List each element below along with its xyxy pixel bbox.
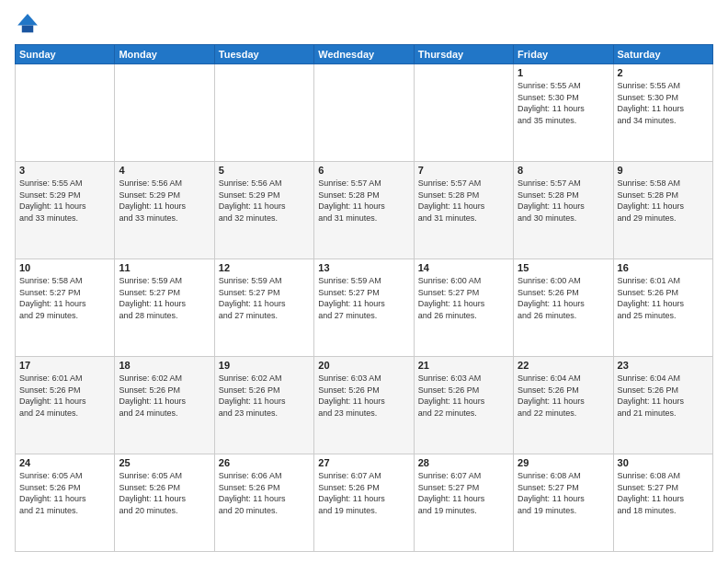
calendar-cell: 5Sunrise: 5:56 AM Sunset: 5:29 PM Daylig… [214, 162, 313, 259]
weekday-header: Thursday [414, 45, 513, 64]
day-number: 30 [618, 457, 709, 468]
day-info: Sunrise: 5:59 AM Sunset: 5:27 PM Dayligh… [219, 275, 310, 321]
day-number: 4 [119, 165, 210, 176]
day-number: 26 [219, 457, 310, 468]
page: SundayMondayTuesdayWednesdayThursdayFrid… [0, 0, 728, 563]
calendar-cell [314, 64, 414, 162]
day-number: 21 [418, 360, 509, 371]
calendar-header-row: SundayMondayTuesdayWednesdayThursdayFrid… [16, 45, 713, 64]
calendar-cell: 1Sunrise: 5:55 AM Sunset: 5:30 PM Daylig… [514, 64, 613, 162]
day-info: Sunrise: 5:57 AM Sunset: 5:28 PM Dayligh… [418, 178, 509, 224]
day-info: Sunrise: 6:00 AM Sunset: 5:26 PM Dayligh… [518, 275, 609, 321]
calendar-cell: 8Sunrise: 5:57 AM Sunset: 5:28 PM Daylig… [514, 162, 613, 259]
day-info: Sunrise: 5:57 AM Sunset: 5:28 PM Dayligh… [318, 178, 409, 224]
day-info: Sunrise: 6:02 AM Sunset: 5:26 PM Dayligh… [119, 373, 210, 419]
calendar-cell: 7Sunrise: 5:57 AM Sunset: 5:28 PM Daylig… [414, 162, 513, 259]
day-info: Sunrise: 6:05 AM Sunset: 5:26 PM Dayligh… [119, 470, 210, 516]
calendar-week-row: 17Sunrise: 6:01 AM Sunset: 5:26 PM Dayli… [16, 357, 713, 454]
weekday-header: Tuesday [214, 45, 313, 64]
day-info: Sunrise: 6:01 AM Sunset: 5:26 PM Dayligh… [19, 373, 110, 419]
weekday-header: Wednesday [314, 45, 414, 64]
calendar-cell: 14Sunrise: 6:00 AM Sunset: 5:27 PM Dayli… [414, 259, 513, 357]
day-info: Sunrise: 6:07 AM Sunset: 5:27 PM Dayligh… [418, 470, 509, 516]
day-number: 28 [418, 457, 509, 468]
weekday-header: Saturday [613, 45, 712, 64]
day-number: 18 [119, 360, 210, 371]
calendar-week-row: 24Sunrise: 6:05 AM Sunset: 5:26 PM Dayli… [16, 454, 713, 552]
calendar-cell: 18Sunrise: 6:02 AM Sunset: 5:26 PM Dayli… [115, 357, 214, 454]
calendar-week-row: 3Sunrise: 5:55 AM Sunset: 5:29 PM Daylig… [16, 162, 713, 259]
day-number: 9 [618, 165, 709, 176]
calendar-cell: 11Sunrise: 5:59 AM Sunset: 5:27 PM Dayli… [115, 259, 214, 357]
day-info: Sunrise: 6:06 AM Sunset: 5:26 PM Dayligh… [219, 470, 310, 516]
day-number: 29 [518, 457, 609, 468]
day-info: Sunrise: 5:57 AM Sunset: 5:28 PM Dayligh… [518, 178, 609, 224]
calendar-cell: 4Sunrise: 5:56 AM Sunset: 5:29 PM Daylig… [115, 162, 214, 259]
calendar-cell: 24Sunrise: 6:05 AM Sunset: 5:26 PM Dayli… [16, 454, 115, 552]
day-info: Sunrise: 6:00 AM Sunset: 5:27 PM Dayligh… [418, 275, 509, 321]
calendar-cell: 3Sunrise: 5:55 AM Sunset: 5:29 PM Daylig… [16, 162, 115, 259]
day-number: 6 [318, 165, 409, 176]
day-info: Sunrise: 6:02 AM Sunset: 5:26 PM Dayligh… [219, 373, 310, 419]
day-number: 15 [518, 262, 609, 273]
calendar-cell: 21Sunrise: 6:03 AM Sunset: 5:26 PM Dayli… [414, 357, 513, 454]
calendar-cell: 27Sunrise: 6:07 AM Sunset: 5:26 PM Dayli… [314, 454, 414, 552]
calendar-cell: 20Sunrise: 6:03 AM Sunset: 5:26 PM Dayli… [314, 357, 414, 454]
calendar-cell: 23Sunrise: 6:04 AM Sunset: 5:26 PM Dayli… [613, 357, 712, 454]
day-number: 22 [518, 360, 609, 371]
day-number: 13 [318, 262, 409, 273]
calendar-cell [214, 64, 313, 162]
calendar-cell: 6Sunrise: 5:57 AM Sunset: 5:28 PM Daylig… [314, 162, 414, 259]
day-number: 19 [219, 360, 310, 371]
day-number: 10 [19, 262, 110, 273]
calendar-cell: 12Sunrise: 5:59 AM Sunset: 5:27 PM Dayli… [214, 259, 313, 357]
calendar-cell: 26Sunrise: 6:06 AM Sunset: 5:26 PM Dayli… [214, 454, 313, 552]
calendar-cell: 15Sunrise: 6:00 AM Sunset: 5:26 PM Dayli… [514, 259, 613, 357]
day-info: Sunrise: 5:55 AM Sunset: 5:30 PM Dayligh… [618, 80, 709, 126]
day-info: Sunrise: 6:01 AM Sunset: 5:26 PM Dayligh… [618, 275, 709, 321]
calendar-cell: 17Sunrise: 6:01 AM Sunset: 5:26 PM Dayli… [16, 357, 115, 454]
logo-icon [15, 11, 40, 37]
calendar-cell: 22Sunrise: 6:04 AM Sunset: 5:26 PM Dayli… [514, 357, 613, 454]
day-number: 14 [418, 262, 509, 273]
calendar-cell: 29Sunrise: 6:08 AM Sunset: 5:27 PM Dayli… [514, 454, 613, 552]
calendar-cell [414, 64, 513, 162]
day-info: Sunrise: 5:56 AM Sunset: 5:29 PM Dayligh… [119, 178, 210, 224]
day-info: Sunrise: 6:08 AM Sunset: 5:27 PM Dayligh… [618, 470, 709, 516]
day-info: Sunrise: 6:03 AM Sunset: 5:26 PM Dayligh… [318, 373, 409, 419]
day-number: 27 [318, 457, 409, 468]
day-number: 3 [19, 165, 110, 176]
calendar-cell [16, 64, 115, 162]
calendar-cell: 25Sunrise: 6:05 AM Sunset: 5:26 PM Dayli… [115, 454, 214, 552]
calendar-cell: 9Sunrise: 5:58 AM Sunset: 5:28 PM Daylig… [613, 162, 712, 259]
day-info: Sunrise: 6:04 AM Sunset: 5:26 PM Dayligh… [618, 373, 709, 419]
day-number: 7 [418, 165, 509, 176]
day-info: Sunrise: 5:55 AM Sunset: 5:29 PM Dayligh… [19, 178, 110, 224]
svg-rect-1 [22, 26, 33, 33]
weekday-header: Friday [514, 45, 613, 64]
day-info: Sunrise: 5:58 AM Sunset: 5:28 PM Dayligh… [618, 178, 709, 224]
calendar-cell: 19Sunrise: 6:02 AM Sunset: 5:26 PM Dayli… [214, 357, 313, 454]
day-info: Sunrise: 6:03 AM Sunset: 5:26 PM Dayligh… [418, 373, 509, 419]
calendar-cell: 2Sunrise: 5:55 AM Sunset: 5:30 PM Daylig… [613, 64, 712, 162]
day-number: 5 [219, 165, 310, 176]
header [15, 11, 713, 37]
day-number: 11 [119, 262, 210, 273]
calendar-table: SundayMondayTuesdayWednesdayThursdayFrid… [15, 44, 713, 552]
calendar-week-row: 10Sunrise: 5:58 AM Sunset: 5:27 PM Dayli… [16, 259, 713, 357]
calendar-cell: 16Sunrise: 6:01 AM Sunset: 5:26 PM Dayli… [613, 259, 712, 357]
day-number: 8 [518, 165, 609, 176]
day-number: 12 [219, 262, 310, 273]
day-info: Sunrise: 5:56 AM Sunset: 5:29 PM Dayligh… [219, 178, 310, 224]
day-info: Sunrise: 6:04 AM Sunset: 5:26 PM Dayligh… [518, 373, 609, 419]
calendar-week-row: 1Sunrise: 5:55 AM Sunset: 5:30 PM Daylig… [16, 64, 713, 162]
weekday-header: Monday [115, 45, 214, 64]
day-number: 16 [618, 262, 709, 273]
day-info: Sunrise: 6:08 AM Sunset: 5:27 PM Dayligh… [518, 470, 609, 516]
calendar-cell: 30Sunrise: 6:08 AM Sunset: 5:27 PM Dayli… [613, 454, 712, 552]
day-number: 23 [618, 360, 709, 371]
calendar-cell: 10Sunrise: 5:58 AM Sunset: 5:27 PM Dayli… [16, 259, 115, 357]
day-info: Sunrise: 6:07 AM Sunset: 5:26 PM Dayligh… [318, 470, 409, 516]
day-info: Sunrise: 5:58 AM Sunset: 5:27 PM Dayligh… [19, 275, 110, 321]
day-number: 25 [119, 457, 210, 468]
